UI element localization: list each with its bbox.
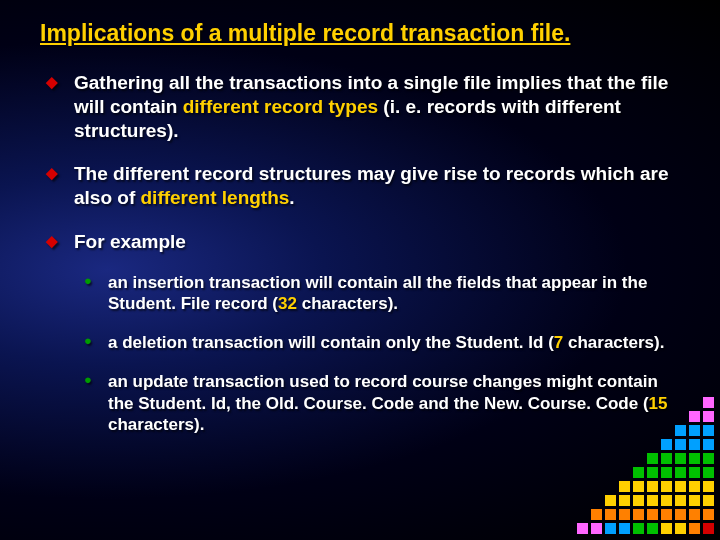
bullet-2-text-b: .	[289, 187, 294, 208]
sub-3-text-a: an update transaction used to record cou…	[108, 372, 658, 412]
sub-1-text-b: characters).	[297, 294, 398, 313]
decor-square	[703, 425, 714, 436]
bullet-3-text: For example	[74, 231, 186, 252]
decor-square	[703, 481, 714, 492]
decor-square	[647, 495, 658, 506]
decor-square	[591, 509, 602, 520]
decor-square	[675, 495, 686, 506]
decor-square	[633, 509, 644, 520]
decor-square	[633, 523, 644, 534]
sub-2-text-b: characters).	[563, 333, 664, 352]
sub-3-text-b: characters).	[108, 415, 204, 434]
decor-square	[689, 467, 700, 478]
decor-square	[661, 509, 672, 520]
decor-square	[647, 509, 658, 520]
decor-square	[675, 481, 686, 492]
sub-2-highlight: 7	[554, 333, 563, 352]
decor-square	[647, 453, 658, 464]
main-list: Gathering all the transactions into a si…	[40, 71, 680, 435]
decor-square	[591, 523, 602, 534]
decor-square	[689, 509, 700, 520]
decor-square	[675, 439, 686, 450]
bullet-2-highlight: different lengths	[141, 187, 290, 208]
decor-square	[605, 523, 616, 534]
decor-square	[661, 481, 672, 492]
sub-2-text-a: a deletion transaction will contain only…	[108, 333, 554, 352]
decor-square	[675, 425, 686, 436]
decor-square	[619, 495, 630, 506]
decor-square	[577, 523, 588, 534]
decor-square	[661, 523, 672, 534]
decor-square	[703, 439, 714, 450]
bullet-1: Gathering all the transactions into a si…	[40, 71, 680, 142]
bullet-1-highlight: different record types	[183, 96, 378, 117]
decor-square	[619, 509, 630, 520]
decor-square	[661, 439, 672, 450]
decor-square	[689, 495, 700, 506]
sub-bullet-1: an insertion transaction will contain al…	[74, 272, 680, 315]
decor-square	[703, 523, 714, 534]
decor-square	[703, 397, 714, 408]
decor-square	[689, 439, 700, 450]
sub-bullet-2: a deletion transaction will contain only…	[74, 332, 680, 353]
decor-square	[605, 509, 616, 520]
decor-square	[661, 495, 672, 506]
decor-square	[619, 523, 630, 534]
decor-square	[647, 481, 658, 492]
decor-square	[633, 467, 644, 478]
decor-square	[689, 481, 700, 492]
decor-square	[675, 509, 686, 520]
decor-square	[689, 425, 700, 436]
decor-square	[675, 523, 686, 534]
decor-square	[703, 467, 714, 478]
decor-square	[675, 467, 686, 478]
decor-square	[689, 523, 700, 534]
decor-square	[703, 411, 714, 422]
decor-square	[647, 467, 658, 478]
decor-square	[703, 509, 714, 520]
slide-title: Implications of a multiple record transa…	[40, 20, 680, 47]
decor-square	[703, 453, 714, 464]
decor-square	[605, 495, 616, 506]
decor-square	[647, 523, 658, 534]
decor-square	[661, 467, 672, 478]
decor-square	[703, 495, 714, 506]
decor-square	[675, 453, 686, 464]
corner-decoration	[577, 397, 714, 534]
sub-1-highlight: 32	[278, 294, 297, 313]
decor-square	[633, 495, 644, 506]
decor-square	[689, 411, 700, 422]
decor-square	[619, 481, 630, 492]
decor-square	[689, 453, 700, 464]
bullet-2: The different record structures may give…	[40, 162, 680, 210]
decor-square	[661, 453, 672, 464]
decor-square	[633, 481, 644, 492]
